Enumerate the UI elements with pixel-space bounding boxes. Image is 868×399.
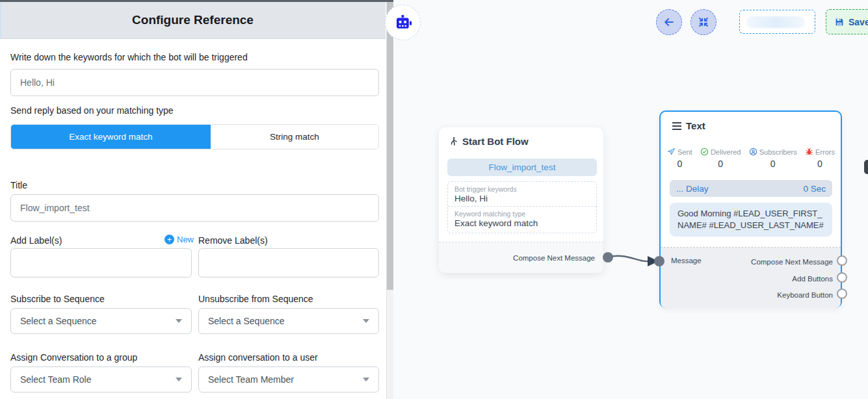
back-button[interactable] xyxy=(656,9,682,35)
keyboard-button-handle[interactable] xyxy=(837,289,847,299)
assign-user-label: Assign conversation to a user xyxy=(198,352,318,363)
add-labels-label: Add Label(s) xyxy=(10,235,62,246)
stats-row: Sent 0 Delivered 0 Subscribers xyxy=(667,148,835,169)
save-button[interactable]: Save xyxy=(826,9,868,34)
delay-row[interactable]: ... Delay 0 Sec xyxy=(670,180,832,197)
tab-string-match[interactable]: String match xyxy=(211,125,378,149)
subscribe-sequence-label: Subscribe to Sequence xyxy=(10,294,105,304)
title-input[interactable] xyxy=(10,194,379,222)
new-label-button[interactable]: + New xyxy=(164,235,194,244)
flow-name-box[interactable] xyxy=(739,10,815,34)
matching-type-label: Send reply based on your matching type xyxy=(10,105,174,116)
chevron-down-icon xyxy=(363,319,369,323)
assign-group-value: Select Team Role xyxy=(20,374,91,385)
bot-avatar[interactable] xyxy=(385,5,421,40)
compose-next-message-port-label: Compose Next Message xyxy=(513,254,595,262)
plus-icon: + xyxy=(164,235,174,244)
keyboard-button-port-label: Keyboard Button xyxy=(777,291,833,299)
trigger-keywords-label: Bot trigger keywords xyxy=(454,185,590,193)
stat-delivered: Delivered 0 xyxy=(700,148,741,169)
stat-errors: Errors 0 xyxy=(805,148,835,169)
sent-icon xyxy=(667,148,676,156)
panel-header: Configure Reference xyxy=(0,2,386,39)
trigger-keywords-value: Hello, Hi xyxy=(454,194,590,203)
matching-type-value: Exact keyword match xyxy=(454,218,590,228)
assign-user-value: Select Team Member xyxy=(208,374,294,385)
unsubscribe-sequence-value: Select a Sequence xyxy=(208,316,285,326)
add-buttons-port-label: Add Buttons xyxy=(792,275,833,283)
new-label-text: New xyxy=(177,235,194,244)
text-input-handle[interactable] xyxy=(654,256,664,266)
menu-icon xyxy=(672,122,681,130)
delay-value: 0 Sec xyxy=(803,184,826,194)
text-node-title: Text xyxy=(686,120,705,131)
left-edge-accent xyxy=(0,2,1,39)
start-bot-flow-node[interactable]: Start Bot Flow Flow_import_test Bot trig… xyxy=(439,127,603,273)
stat-sent: Sent 0 xyxy=(667,148,692,169)
errors-icon xyxy=(805,148,813,156)
keywords-input[interactable] xyxy=(10,69,379,96)
compose-next-message-handle[interactable] xyxy=(837,255,847,266)
tab-exact-keyword-match[interactable]: Exact keyword match xyxy=(11,125,211,149)
text-message-node[interactable]: Text Sent 0 Delivered 0 xyxy=(659,110,842,308)
chevron-down-icon xyxy=(363,378,369,381)
blurred-text xyxy=(746,16,805,28)
save-label: Save xyxy=(848,17,868,27)
text-node-header[interactable]: Text xyxy=(672,120,705,131)
save-icon xyxy=(834,17,845,27)
stat-subscribers: Subscribers 0 xyxy=(749,148,797,169)
text-node-footer: Message Compose Next Message Add Buttons… xyxy=(661,248,841,308)
assign-group-label: Assign Conversation to a group xyxy=(10,352,137,363)
message-content[interactable]: Good Morning #LEAD_USER_FIRST_NAME# #LEA… xyxy=(670,203,832,237)
start-node-title: Start Bot Flow xyxy=(462,136,529,147)
top-divider xyxy=(0,0,393,2)
start-output-handle[interactable] xyxy=(603,252,613,263)
right-scrollbar-thumb[interactable] xyxy=(864,160,868,174)
remove-labels-input[interactable] xyxy=(198,248,379,277)
start-node-footer: Compose Next Message xyxy=(439,242,603,273)
unsubscribe-sequence-select[interactable]: Select a Sequence xyxy=(198,308,379,334)
trigger-config-box: Bot trigger keywords Hello, Hi Keyword m… xyxy=(447,181,597,233)
message-input-port-label: Message xyxy=(671,257,702,264)
walking-person-icon xyxy=(449,136,458,147)
chevron-down-icon xyxy=(176,378,182,381)
configure-panel: Configure Reference Write down the keywo… xyxy=(0,0,386,399)
delay-label: ... Delay xyxy=(676,184,709,194)
panel-scrollbar-thumb[interactable] xyxy=(387,2,393,290)
subscribe-sequence-value: Select a Sequence xyxy=(20,316,97,326)
matching-type-row: Keyword matching type Exact keyword matc… xyxy=(448,206,596,231)
bot-flow-builder: Configure Reference Write down the keywo… xyxy=(0,0,868,399)
fit-view-button[interactable] xyxy=(690,9,717,35)
flow-name-pill[interactable]: Flow_import_test xyxy=(447,159,597,176)
delivered-icon xyxy=(700,148,709,156)
trigger-keywords-row: Bot trigger keywords Hello, Hi xyxy=(448,182,596,206)
compose-next-message-port-label: Compose Next Message xyxy=(751,258,833,266)
chevron-down-icon xyxy=(176,319,182,323)
compress-icon xyxy=(698,16,709,28)
remove-labels-label: Remove Label(s) xyxy=(198,235,268,246)
title-label: Title xyxy=(10,180,27,190)
subscribe-sequence-select[interactable]: Select a Sequence xyxy=(10,308,192,334)
unsubscribe-sequence-label: Unsubscribe from Sequence xyxy=(198,294,313,304)
start-node-header: Start Bot Flow xyxy=(449,136,529,147)
keywords-label: Write down the keywords for which the bo… xyxy=(10,52,248,62)
add-buttons-handle[interactable] xyxy=(837,272,847,283)
arrow-left-icon xyxy=(663,16,676,29)
robot-icon xyxy=(393,13,413,32)
subscribers-icon xyxy=(749,148,757,156)
add-labels-input[interactable] xyxy=(10,248,192,277)
matching-type-tabs: Exact keyword match String match xyxy=(10,124,379,149)
matching-type-mini-label: Keyword matching type xyxy=(454,210,590,218)
assign-user-select[interactable]: Select Team Member xyxy=(198,367,379,393)
assign-group-select[interactable]: Select Team Role xyxy=(10,367,192,393)
page-title: Configure Reference xyxy=(132,13,254,27)
